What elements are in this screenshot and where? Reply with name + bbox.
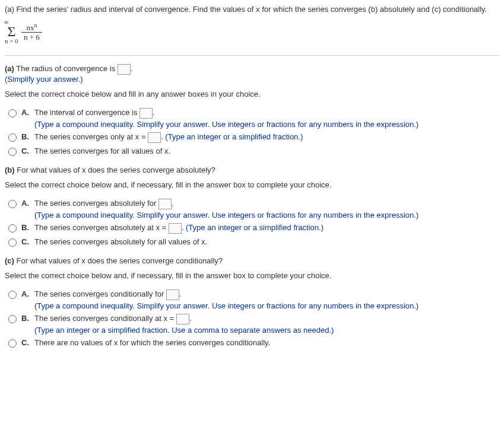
- choice-letter: B.: [21, 314, 31, 323]
- input-a-A[interactable]: [140, 108, 153, 119]
- radio-a-C[interactable]: [8, 148, 17, 156]
- choice-hint: (Type a compound inequality. Simplify yo…: [34, 211, 499, 219]
- choice-hint: (Type a compound inequality. Simplify yo…: [34, 301, 499, 310]
- radio-c-A[interactable]: [8, 291, 17, 299]
- part-c-heading: (c) For what values of x does the series…: [5, 256, 499, 265]
- choice-hint: (Type a compound inequality. Simplify yo…: [34, 120, 499, 129]
- radio-a-A[interactable]: [8, 109, 17, 117]
- radio-a-B[interactable]: [8, 133, 17, 142]
- part-c-select-text: Select the correct choice below and, if …: [5, 271, 499, 280]
- choice-text-line1: The interval of convergence is .: [34, 108, 155, 117]
- part-b-select-text: Select the correct choice below and, if …: [5, 180, 499, 189]
- input-c-B[interactable]: [176, 314, 189, 324]
- series-formula: ∞ Σ n = 0 nxn n + 6: [5, 18, 499, 46]
- part-c-choices: A. The series converges conditionally fo…: [5, 289, 499, 348]
- divider: [5, 55, 499, 56]
- radio-b-C[interactable]: [8, 238, 17, 247]
- choice-letter: A.: [21, 199, 31, 208]
- input-c-A[interactable]: [166, 289, 179, 300]
- part-b-choices: A. The series converges absolutely for .…: [5, 199, 499, 247]
- radius-input[interactable]: [118, 64, 131, 75]
- choice-text-line1: There are no values of x for which the s…: [34, 338, 499, 347]
- part-a-select-text: Select the correct choice below and fill…: [5, 90, 499, 98]
- choice-text-line1: The series converges absolutely for .: [34, 199, 173, 208]
- denominator: n + 6: [21, 33, 42, 42]
- choice-letter: B.: [21, 132, 31, 141]
- radio-b-A[interactable]: [8, 200, 17, 208]
- choice-text-line1: The series converges conditionally at x …: [34, 314, 191, 323]
- choice-text-line1: The series converges conditionally for .: [34, 289, 181, 298]
- choice-text-line1: The series converges absolutely for all …: [34, 237, 499, 246]
- part-a-text: The radius of convergence is: [14, 64, 118, 73]
- choice-text-line1: The series converges for all values of x…: [34, 147, 499, 155]
- input-a-B[interactable]: [148, 132, 161, 143]
- input-b-A[interactable]: [159, 199, 172, 209]
- choice-hint: (Type an integer or a simplified fractio…: [34, 326, 499, 335]
- part-a-hint: (Simplify your answer.): [5, 75, 499, 84]
- choice-letter: C.: [21, 147, 31, 155]
- part-b-heading: (b) For what values of x does the series…: [5, 166, 499, 174]
- choice-letter: C.: [21, 237, 31, 246]
- choice-text-line1: The series converges only at x = . (Type…: [34, 132, 303, 141]
- choice-text-line1: The series converges absolutely at x = .…: [34, 223, 324, 232]
- sigma-symbol: Σ: [5, 26, 18, 37]
- radio-c-B[interactable]: [8, 315, 17, 323]
- choice-letter: C.: [21, 338, 31, 347]
- radio-c-C[interactable]: [8, 339, 17, 348]
- choice-letter: B.: [21, 223, 31, 232]
- sum-lower: n = 0: [5, 37, 18, 45]
- input-b-B[interactable]: [169, 223, 182, 234]
- question-intro: (a) Find the series' radius and interval…: [5, 5, 499, 14]
- radio-b-B[interactable]: [8, 224, 17, 233]
- choice-letter: A.: [21, 289, 31, 298]
- choice-letter: A.: [21, 108, 31, 117]
- part-a-label: (a): [5, 64, 14, 73]
- numerator: nxn: [21, 22, 42, 33]
- part-a-period: .: [131, 64, 133, 73]
- part-a-choices: A. The interval of convergence is . (Typ…: [5, 108, 499, 156]
